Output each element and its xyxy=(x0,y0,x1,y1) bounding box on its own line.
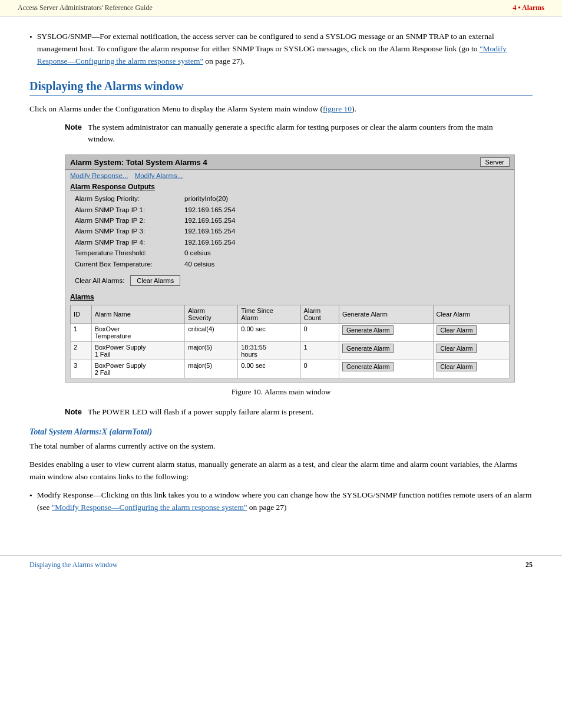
info-row-trap4: Alarm SNMP Trap IP 4: 192.169.165.254 xyxy=(75,237,505,248)
intro-para: Click on Alarms under the Configuration … xyxy=(29,103,533,116)
cell-gen-1: Generate Alarm xyxy=(339,323,433,341)
subsection-para2: Besides enabling a user to view current … xyxy=(29,459,533,483)
label-syslog: Alarm Syslog Priority: xyxy=(75,193,181,204)
cell-time-2: 18:31:55hours xyxy=(238,341,300,360)
info-row-temp-thresh: Temperature Threshold: 0 celsius xyxy=(75,248,505,258)
clear-alarm-btn-2[interactable]: Clear Alarm xyxy=(437,344,477,353)
label-trap3: Alarm SNMP Trap IP 3: xyxy=(75,226,181,236)
table-row: 3 BoxPower Supply2 Fail major(5) 0.00 se… xyxy=(71,360,510,378)
cell-name-2: BoxPower Supply1 Fail xyxy=(91,341,184,360)
bullet-dot-1: • xyxy=(29,31,32,68)
bullet-modify-text: Modify Response—Clicking on this link ta… xyxy=(37,489,533,514)
footer-section-title: Displaying the Alarms window xyxy=(29,561,118,569)
col-time: Time SinceAlarm xyxy=(238,305,300,323)
col-id: ID xyxy=(71,305,92,323)
cell-clr-1: Clear Alarm xyxy=(433,323,509,341)
col-generate: Generate Alarm xyxy=(339,305,433,323)
header-chapter: 4 • Alarms xyxy=(513,4,544,12)
clear-alarm-btn-3[interactable]: Clear Alarm xyxy=(437,362,477,371)
cell-time-1: 0.00 sec xyxy=(238,323,300,341)
label-trap2: Alarm SNMP Trap IP 2: xyxy=(75,215,181,226)
value-trap1: 192.169.165.254 xyxy=(184,205,235,215)
cell-count-1: 0 xyxy=(300,323,339,341)
bullet-modify-response: • Modify Response—Clicking on this link … xyxy=(29,489,533,514)
ss-title: Alarm System: Total System Alarms 4 xyxy=(70,158,207,167)
page-header: Access Server Administrators' Reference … xyxy=(0,0,562,17)
cell-id-1: 1 xyxy=(71,323,92,341)
cell-time-3: 0.00 sec xyxy=(238,360,300,378)
footer-page-number: 25 xyxy=(525,561,533,569)
value-trap2: 192.169.165.254 xyxy=(184,215,235,226)
cell-clr-2: Clear Alarm xyxy=(433,341,509,360)
alarm-system-screenshot: Alarm System: Total System Alarms 4 Serv… xyxy=(65,154,515,383)
response-outputs-title: Alarm Response Outputs xyxy=(65,180,514,192)
alarms-table: ID Alarm Name AlarmSeverity Time SinceAl… xyxy=(70,305,510,378)
label-box-temp: Current Box Temperature: xyxy=(75,259,181,269)
page-footer: Displaying the Alarms window 25 xyxy=(0,555,562,574)
info-row-trap2: Alarm SNMP Trap IP 2: 192.169.165.254 xyxy=(75,215,505,226)
subsection-para1: The total number of alarms currently act… xyxy=(29,440,533,453)
label-trap4: Alarm SNMP Trap IP 4: xyxy=(75,237,181,248)
note-block-2: Note The POWER LED will flash if a power… xyxy=(65,406,497,418)
note-label-2: Note xyxy=(65,406,82,418)
clear-alarm-btn-1[interactable]: Clear Alarm xyxy=(437,325,477,335)
subsection-heading-total: Total System Alarms:X (alarmTotal) xyxy=(29,427,533,437)
col-severity: AlarmSeverity xyxy=(185,305,238,323)
col-count: AlarmCount xyxy=(300,305,339,323)
bullet-syslog: • SYSLOG/SNMP—For external notification,… xyxy=(29,31,533,68)
ss-title-bar: Alarm System: Total System Alarms 4 Serv… xyxy=(65,155,514,170)
cell-severity-2: major(5) xyxy=(185,341,238,360)
generate-alarm-btn-3[interactable]: Generate Alarm xyxy=(342,362,394,371)
cell-id-3: 3 xyxy=(71,360,92,378)
main-content: • SYSLOG/SNMP—For external notification,… xyxy=(0,17,562,543)
generate-alarm-btn-1[interactable]: Generate Alarm xyxy=(342,325,394,335)
link-figure10[interactable]: figure 10 xyxy=(323,104,352,113)
alarms-section-title: Alarms xyxy=(65,289,514,302)
label-temp-thresh: Temperature Threshold: xyxy=(75,248,181,258)
note-text-1: The system administrator can manually ge… xyxy=(88,121,497,146)
cell-id-2: 2 xyxy=(71,341,92,360)
col-clear: Clear Alarm xyxy=(433,305,509,323)
note-text-2: The POWER LED will flash if a power supp… xyxy=(88,406,314,418)
cell-name-1: BoxOverTemperature xyxy=(91,323,184,341)
header-guide-title: Access Server Administrators' Reference … xyxy=(18,4,153,12)
note-block-1: Note The system administrator can manual… xyxy=(65,121,497,146)
value-box-temp: 40 celsius xyxy=(184,259,214,269)
note-label-1: Note xyxy=(65,121,82,146)
info-row-trap3: Alarm SNMP Trap IP 3: 192.169.165.254 xyxy=(75,226,505,236)
col-alarm-name: Alarm Name xyxy=(91,305,184,323)
info-row-box-temp: Current Box Temperature: 40 celsius xyxy=(75,259,505,269)
cell-count-2: 1 xyxy=(300,341,339,360)
bullet-syslog-text: SYSLOG/SNMP—For external notification, t… xyxy=(37,31,533,68)
info-grid: Alarm Syslog Priority: priorityInfo(20) … xyxy=(65,192,514,273)
table-row: 1 BoxOverTemperature critical(4) 0.00 se… xyxy=(71,323,510,341)
table-row: 2 BoxPower Supply1 Fail major(5) 18:31:5… xyxy=(71,341,510,360)
figure-caption: Figure 10. Alarms main window xyxy=(65,387,497,397)
link-modify-response-2[interactable]: "Modify Response—Configuring the alarm r… xyxy=(52,503,247,512)
value-trap3: 192.169.165.254 xyxy=(184,226,235,236)
generate-alarm-btn-2[interactable]: Generate Alarm xyxy=(342,344,394,353)
modify-response-link[interactable]: Modify Response... xyxy=(70,172,128,179)
modify-alarms-link[interactable]: Modify Alarms... xyxy=(135,172,183,179)
value-temp-thresh: 0 celsius xyxy=(184,248,211,258)
clear-alarms-button[interactable]: Clear Alarms xyxy=(130,275,180,286)
value-syslog: priorityInfo(20) xyxy=(184,193,228,204)
cell-name-3: BoxPower Supply2 Fail xyxy=(91,360,184,378)
cell-count-3: 0 xyxy=(300,360,339,378)
ss-links-bar: Modify Response... Modify Alarms... xyxy=(65,170,514,180)
label-trap1: Alarm SNMP Trap IP 1: xyxy=(75,205,181,215)
section-heading-displaying: Displaying the Alarms window xyxy=(29,80,533,96)
cell-gen-3: Generate Alarm xyxy=(339,360,433,378)
value-trap4: 192.169.165.254 xyxy=(184,237,235,248)
cell-gen-2: Generate Alarm xyxy=(339,341,433,360)
cell-severity-3: major(5) xyxy=(185,360,238,378)
clear-all-row: Clear All Alarms: Clear Alarms xyxy=(65,273,514,289)
cell-clr-3: Clear Alarm xyxy=(433,360,509,378)
info-row-trap1: Alarm SNMP Trap IP 1: 192.169.165.254 xyxy=(75,205,505,215)
clear-all-label: Clear All Alarms: xyxy=(75,277,124,284)
server-button[interactable]: Server xyxy=(480,157,510,167)
bullet-dot-2: • xyxy=(29,490,32,514)
info-row-syslog: Alarm Syslog Priority: priorityInfo(20) xyxy=(75,193,505,204)
cell-severity-1: critical(4) xyxy=(185,323,238,341)
